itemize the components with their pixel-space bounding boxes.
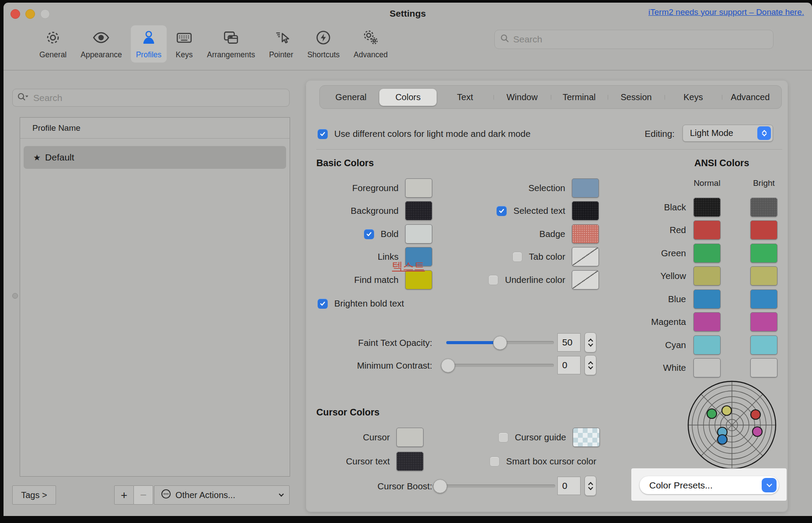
bold-checkbox[interactable]: [364, 229, 374, 239]
search-filter-icon: [17, 92, 30, 104]
tab-keys[interactable]: Keys: [665, 89, 721, 106]
bold-row: Bold: [364, 224, 432, 244]
faint-opacity-knob[interactable]: [493, 336, 507, 350]
tab-color-well[interactable]: [572, 247, 599, 266]
find-match-label: Find match: [354, 275, 399, 285]
profile-settings-panel: General Colors Text Window Terminal Sess…: [306, 81, 788, 512]
donate-link[interactable]: iTerm2 needs your support – Donate here.: [648, 7, 804, 17]
other-actions-label: Other Actions...: [175, 490, 276, 500]
cursor-color-well[interactable]: [396, 428, 424, 447]
ansi-magenta-bright-well[interactable]: [750, 312, 777, 331]
ansi-green-normal-well[interactable]: [693, 244, 721, 263]
lightning-icon: [315, 29, 332, 48]
toolbar-item-arrangements[interactable]: Arrangements: [202, 25, 260, 63]
selection-color-well[interactable]: [572, 178, 599, 198]
toolbar-item-shortcuts[interactable]: Shortcuts: [302, 25, 345, 63]
tab-general[interactable]: General: [322, 89, 379, 106]
foreground-color-well[interactable]: [405, 178, 432, 198]
ansi-cyan-normal-well[interactable]: [693, 335, 721, 355]
toolbar-item-label: Shortcuts: [307, 50, 340, 59]
ansi-row-green: Green: [607, 243, 777, 263]
ansi-blue-bright-well[interactable]: [750, 289, 777, 309]
ansi-black-normal-well[interactable]: [693, 198, 721, 217]
keyboard-icon: [175, 29, 193, 48]
cursor-boost-stepper[interactable]: [584, 476, 596, 496]
badge-color-well[interactable]: [572, 224, 599, 244]
tab-advanced[interactable]: Advanced: [722, 89, 779, 106]
profile-search-input[interactable]: [33, 93, 285, 103]
bold-color-well[interactable]: [405, 224, 432, 244]
brighten-bold-checkbox[interactable]: [318, 299, 328, 309]
cursor-label: Cursor: [363, 432, 390, 443]
editing-mode-dropdown[interactable]: Light Mode: [682, 125, 773, 142]
toolbar-item-general[interactable]: General: [34, 25, 72, 63]
selected-text-color-well[interactable]: [572, 201, 599, 220]
search-input[interactable]: [513, 34, 768, 45]
wheel-dot-green: [707, 409, 717, 418]
toolbar-item-keys[interactable]: Keys: [170, 25, 198, 63]
min-contrast-stepper[interactable]: [584, 355, 596, 375]
ansi-white-normal-well[interactable]: [693, 358, 721, 377]
ansi-green-bright-well[interactable]: [750, 244, 777, 263]
ansi-bright-header: Bright: [737, 178, 791, 188]
toolbar-item-profiles[interactable]: Profiles: [131, 25, 167, 63]
star-icon: ★: [33, 153, 41, 163]
ansi-yellow-normal-well[interactable]: [693, 266, 721, 286]
use-different-colors-row: Use different colors for light mode and …: [318, 124, 531, 144]
smart-box-checkbox[interactable]: [490, 457, 500, 467]
ansi-row-black: Black: [607, 197, 777, 217]
min-contrast-knob[interactable]: [441, 359, 455, 373]
search-icon: [500, 34, 510, 45]
add-profile-button[interactable]: +: [114, 485, 134, 505]
selected-text-row: Selected text: [497, 201, 599, 221]
cursor-text-color-well[interactable]: [396, 452, 424, 471]
red-annotation-text: 텍스트: [392, 259, 425, 273]
gears-icon: [362, 29, 379, 48]
toolbar-item-pointer[interactable]: Pointer: [264, 25, 298, 63]
smart-box-row: Smart box cursor color: [490, 451, 596, 471]
ansi-black-bright-well[interactable]: [750, 198, 777, 217]
min-contrast-slider[interactable]: [446, 364, 554, 367]
underline-color-well[interactable]: [572, 270, 599, 289]
min-contrast-value[interactable]: [557, 356, 581, 374]
tab-session[interactable]: Session: [608, 89, 665, 106]
selected-text-checkbox[interactable]: [497, 206, 507, 216]
faint-opacity-stepper[interactable]: [584, 332, 596, 352]
cursor-guide-checkbox[interactable]: [498, 432, 508, 443]
toolbar-search-field[interactable]: [494, 30, 774, 49]
tab-color-checkbox[interactable]: [512, 252, 522, 262]
cursor-boost-value[interactable]: [557, 477, 581, 495]
tab-color-label: Tab color: [529, 251, 565, 262]
cursor-boost-slider[interactable]: [432, 485, 555, 488]
toolbar-item-advanced[interactable]: Advanced: [348, 25, 393, 63]
ansi-cyan-bright-well[interactable]: [750, 335, 777, 355]
ansi-magenta-normal-well[interactable]: [693, 312, 721, 331]
ansi-white-bright-well[interactable]: [750, 358, 777, 377]
tab-terminal[interactable]: Terminal: [551, 89, 608, 106]
min-contrast-label: Minimum Contrast:: [357, 356, 432, 376]
ansi-blue-normal-well[interactable]: [693, 289, 721, 309]
underline-color-checkbox[interactable]: [488, 275, 498, 285]
selection-label: Selection: [528, 183, 565, 193]
background-color-well[interactable]: [405, 201, 432, 220]
eye-icon: [92, 29, 110, 48]
profile-row-default[interactable]: ★ Default: [24, 146, 286, 169]
tab-text[interactable]: Text: [437, 89, 494, 106]
remove-profile-button[interactable]: −: [133, 485, 153, 505]
tab-colors[interactable]: Colors: [379, 89, 436, 106]
cursor-guide-color-well[interactable]: [573, 428, 600, 447]
smart-box-label: Smart box cursor color: [506, 456, 596, 467]
profile-search-field[interactable]: [12, 89, 290, 107]
faint-opacity-value[interactable]: [557, 333, 581, 352]
cursor-boost-knob[interactable]: [433, 479, 447, 493]
toolbar-item-appearance[interactable]: Appearance: [75, 25, 127, 63]
color-presets-dropdown[interactable]: Color Presets...: [640, 476, 779, 494]
ansi-red-normal-well[interactable]: [693, 220, 721, 240]
ansi-yellow-bright-well[interactable]: [750, 266, 777, 286]
tab-window[interactable]: Window: [494, 89, 550, 106]
other-actions-button[interactable]: Other Actions...: [154, 485, 290, 505]
toolbar-item-label: Pointer: [269, 50, 293, 59]
use-different-colors-checkbox[interactable]: [318, 129, 328, 139]
tags-button[interactable]: Tags >: [12, 485, 56, 505]
ansi-red-bright-well[interactable]: [750, 220, 777, 240]
